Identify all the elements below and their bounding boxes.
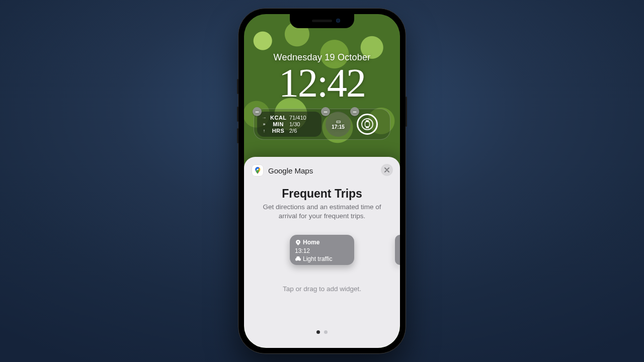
widget-destination: Home <box>303 238 319 246</box>
svg-rect-2 <box>366 127 369 128</box>
battery-ring-widget[interactable] <box>355 112 380 137</box>
calendar-value: 17:15 <box>332 124 345 130</box>
notch <box>290 14 354 28</box>
activity-label: MIN <box>270 121 286 127</box>
remove-widget-button[interactable]: − <box>321 107 330 116</box>
screen: Wednesday 19 October 12:42 − → KCAL 71/4… <box>244 14 400 348</box>
calendar-widget[interactable]: ▭ 17:15 <box>326 112 351 137</box>
next-widget-peek[interactable] <box>395 235 400 265</box>
frequent-trip-widget-preview[interactable]: Home 13:12 Light traffic <box>290 235 354 265</box>
sheet-title: Frequent Trips <box>244 187 400 201</box>
widget-eta: 13:12 <box>295 247 310 255</box>
sheet-subtitle: Get directions and an estimated time of … <box>244 201 400 221</box>
stand-icon: ↑ <box>261 128 267 133</box>
activity-label: HRS <box>270 128 286 134</box>
widget-slot-calendar[interactable]: − ▭ 17:15 <box>326 112 351 137</box>
widget-preview-carousel[interactable]: Home 13:12 Light traffic <box>244 235 400 275</box>
lock-screen-time[interactable]: 12:42 <box>244 64 400 102</box>
activity-widget[interactable]: → KCAL 71/410 » MIN 1/30 ↑ HRS 2/6 <box>257 112 321 137</box>
widget-strip[interactable]: − → KCAL 71/410 » MIN 1/30 <box>254 109 390 140</box>
calendar-icon: ▭ <box>336 119 341 124</box>
sheet-app-name: Google Maps <box>268 166 313 175</box>
page-dot[interactable] <box>316 330 320 334</box>
add-widget-hint: Tap or drag to add widget. <box>244 285 400 293</box>
svg-rect-1 <box>365 122 370 127</box>
activity-value: 71/410 <box>289 115 306 121</box>
close-button[interactable] <box>381 164 393 176</box>
car-icon <box>295 256 301 261</box>
pin-icon <box>295 240 301 245</box>
close-icon <box>384 167 389 172</box>
sheet-header: Google Maps <box>244 157 400 180</box>
remove-widget-button[interactable]: − <box>253 107 262 116</box>
activity-label: KCAL <box>270 115 286 121</box>
svg-point-4 <box>297 241 299 243</box>
widget-traffic: Light traffic <box>303 255 332 263</box>
activity-value: 2/6 <box>289 128 297 134</box>
widget-slot-battery[interactable]: − <box>355 112 380 137</box>
page-indicator[interactable] <box>244 330 400 334</box>
widget-slot-activity[interactable]: − → KCAL 71/410 » MIN 1/30 <box>257 112 321 137</box>
exercise-icon: » <box>261 122 267 127</box>
iphone-device-frame: Wednesday 19 October 12:42 − → KCAL 71/4… <box>238 8 406 354</box>
remove-widget-button[interactable]: − <box>350 107 359 116</box>
google-maps-app-icon <box>252 165 263 176</box>
page-dot[interactable] <box>324 330 328 334</box>
watch-icon <box>364 120 370 128</box>
widget-picker-sheet: Google Maps Frequent Trips Get direction… <box>244 157 400 348</box>
activity-value: 1/30 <box>289 121 300 127</box>
move-icon: → <box>261 115 267 120</box>
